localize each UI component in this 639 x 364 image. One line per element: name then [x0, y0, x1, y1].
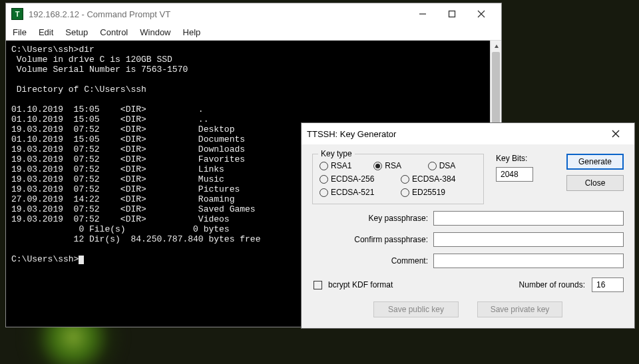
confirm-passphrase-input[interactable] [433, 232, 624, 247]
menu-window[interactable]: Window [140, 27, 170, 37]
comment-input[interactable] [433, 254, 624, 268]
keybits-input[interactable] [496, 167, 533, 182]
confirm-passphrase-label: Confirm passphrase: [312, 235, 433, 244]
terminal-titlebar[interactable]: T 192.168.2.12 - Command Prompt VT [6, 3, 501, 25]
menu-setup[interactable]: Setup [65, 27, 88, 37]
menu-control[interactable]: Control [100, 27, 128, 37]
dialog-titlebar[interactable]: TTSSH: Key Generator [302, 123, 634, 144]
dialog-title: TTSSH: Key Generator [307, 129, 602, 139]
rounds-input[interactable] [592, 277, 624, 292]
radio-rsa[interactable]: RSA [373, 161, 422, 170]
maximize-button[interactable] [437, 5, 467, 23]
keytype-fieldset: Key type RSA1 RSA DSA ECDSA-256 ECDSA-38… [312, 154, 484, 204]
dialog-close-button[interactable] [602, 124, 629, 143]
radio-ecdsa256[interactable]: ECDSA-256 [320, 174, 395, 184]
rounds-label: Number of rounds: [519, 280, 585, 289]
svg-rect-1 [449, 11, 455, 17]
menu-edit[interactable]: Edit [39, 27, 53, 37]
minimize-button[interactable] [408, 5, 437, 23]
radio-ecdsa384[interactable]: ECDSA-384 [401, 174, 477, 184]
passphrase-label: Key passphrase: [312, 214, 433, 223]
radio-ecdsa521[interactable]: ECDSA-521 [320, 188, 395, 197]
generate-button[interactable]: Generate [566, 154, 624, 170]
radio-rsa1[interactable]: RSA1 [320, 161, 368, 170]
terminal-app-icon: T [11, 8, 23, 20]
save-private-key-button[interactable]: Save private key [477, 301, 562, 317]
menu-file[interactable]: File [13, 27, 27, 37]
terminal-menubar: File Edit Setup Control Window Help [6, 25, 501, 41]
keytype-legend: Key type [318, 149, 355, 158]
menu-help[interactable]: Help [183, 27, 201, 37]
close-button[interactable] [467, 5, 496, 23]
keybits-label: Key Bits: [496, 154, 527, 163]
save-public-key-button[interactable]: Save public key [373, 301, 459, 317]
keygen-dialog: TTSSH: Key Generator Key type RSA1 RSA D… [301, 122, 635, 329]
passphrase-input[interactable] [433, 211, 624, 226]
radio-ed25519[interactable]: ED25519 [401, 188, 477, 197]
close-button-dialog[interactable]: Close [566, 175, 624, 191]
comment-label: Comment: [312, 256, 433, 266]
scroll-up-arrow[interactable] [491, 41, 501, 52]
bcrypt-checkbox[interactable]: bcrypt KDF format [314, 280, 393, 289]
checkbox-icon [314, 281, 322, 289]
terminal-title: 192.168.2.12 - Command Prompt VT [29, 9, 408, 19]
radio-dsa[interactable]: DSA [428, 161, 477, 170]
svg-marker-4 [495, 45, 499, 48]
